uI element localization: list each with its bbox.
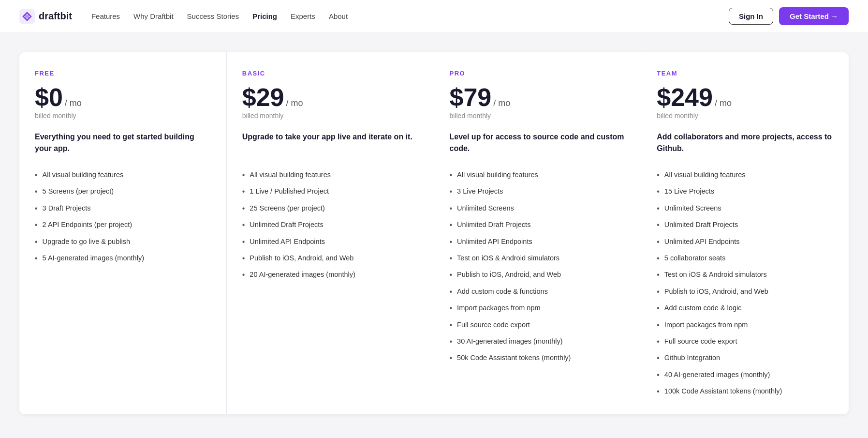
plan-pro-desc: Level up for access to source code and c… xyxy=(450,131,626,158)
plan-pro-price-row: $79 / mo xyxy=(450,85,626,110)
plan-pro: PRO $79 / mo billed monthly Level up for… xyxy=(434,52,642,414)
navbar: draftbit Features Why Draftbit Success S… xyxy=(0,0,868,33)
list-item: Full source code export xyxy=(450,320,626,331)
list-item: All visual building features xyxy=(35,170,211,181)
plan-free: FREE $0 / mo billed monthly Everything y… xyxy=(19,52,227,414)
nav-why-draftbit[interactable]: Why Draftbit xyxy=(133,12,174,20)
list-item: 15 Live Projects xyxy=(657,186,833,197)
list-item: 40 AI-generated images (monthly) xyxy=(657,370,833,380)
plan-basic-billing: billed monthly xyxy=(242,112,418,120)
list-item: Unlimited Draft Projects xyxy=(657,220,833,230)
plan-free-features: All visual building features 5 Screens (… xyxy=(35,170,211,264)
plan-pro-price: $79 xyxy=(450,85,492,110)
plan-free-price: $0 xyxy=(35,85,63,110)
plan-basic-period: / mo xyxy=(286,98,303,108)
list-item: 25 Screens (per project) xyxy=(242,203,418,214)
list-item: 2 API Endpoints (per project) xyxy=(35,220,211,230)
list-item: 30 AI-generated images (monthly) xyxy=(450,336,626,347)
plan-free-name: FREE xyxy=(35,70,211,77)
list-item: Import packages from npm xyxy=(657,320,833,331)
logo-icon xyxy=(19,9,35,24)
list-item: All visual building features xyxy=(657,170,833,181)
plan-free-desc: Everything you need to get started build… xyxy=(35,131,211,158)
plan-basic: BASIC $29 / mo billed monthly Upgrade to… xyxy=(227,52,434,414)
plan-free-price-row: $0 / mo xyxy=(35,85,211,110)
list-item: 5 Screens (per project) xyxy=(35,186,211,197)
list-item: Unlimited Screens xyxy=(450,203,626,214)
list-item: Unlimited Screens xyxy=(657,203,833,214)
nav-about[interactable]: About xyxy=(329,12,348,20)
logo[interactable]: draftbit xyxy=(19,9,72,24)
plan-pro-features: All visual building features 3 Live Proj… xyxy=(450,170,626,364)
nav-features[interactable]: Features xyxy=(91,12,120,20)
list-item: Unlimited Draft Projects xyxy=(450,220,626,230)
list-item: 5 collaborator seats xyxy=(657,253,833,264)
plan-basic-price-row: $29 / mo xyxy=(242,85,418,110)
plan-team-price-row: $249 / mo xyxy=(657,85,833,110)
plan-pro-period: / mo xyxy=(493,98,510,108)
plan-team-price: $249 xyxy=(657,85,713,110)
list-item: Test on iOS & Android simulators xyxy=(450,253,626,264)
list-item: 3 Live Projects xyxy=(450,186,626,197)
plan-basic-features: All visual building features 1 Live / Pu… xyxy=(242,170,418,281)
list-item: Add custom code & logic xyxy=(657,303,833,314)
list-item: Publish to iOS, Android, and Web xyxy=(450,270,626,280)
list-item: 20 AI-generated images (monthly) xyxy=(242,270,418,280)
plan-team: TEAM $249 / mo billed monthly Add collab… xyxy=(641,52,849,414)
list-item: Import packages from npm xyxy=(450,303,626,314)
plan-pro-name: PRO xyxy=(450,70,626,77)
logo-text: draftbit xyxy=(39,11,72,22)
svg-rect-1 xyxy=(25,15,29,18)
list-item: Test on iOS & Android simulators xyxy=(657,270,833,280)
list-item: Full source code export xyxy=(657,336,833,347)
nav-links: Features Why Draftbit Success Stories Pr… xyxy=(91,12,729,20)
nav-pricing[interactable]: Pricing xyxy=(252,12,277,20)
list-item: All visual building features xyxy=(242,170,418,181)
plan-basic-name: BASIC xyxy=(242,70,418,77)
pricing-grid: FREE $0 / mo billed monthly Everything y… xyxy=(19,52,849,414)
plan-team-period: / mo xyxy=(715,98,732,108)
nav-actions: Sign In Get Started → xyxy=(729,7,849,25)
nav-experts[interactable]: Experts xyxy=(291,12,315,20)
list-item: 5 AI-generated images (monthly) xyxy=(35,253,211,264)
list-item: Publish to iOS, Android, and Web xyxy=(657,287,833,297)
list-item: Upgrade to go live & publish xyxy=(35,237,211,247)
list-item: Unlimited API Endpoints xyxy=(657,237,833,247)
plan-free-period: / mo xyxy=(65,98,82,108)
list-item: Unlimited API Endpoints xyxy=(242,237,418,247)
list-item: 100k Code Assistant tokens (monthly) xyxy=(657,386,833,397)
list-item: 1 Live / Published Project xyxy=(242,186,418,197)
signin-button[interactable]: Sign In xyxy=(729,8,773,25)
plan-team-features: All visual building features 15 Live Pro… xyxy=(657,170,833,397)
plan-basic-desc: Upgrade to take your app live and iterat… xyxy=(242,131,418,158)
plan-team-desc: Add collaborators and more projects, acc… xyxy=(657,131,833,158)
getstarted-button[interactable]: Get Started → xyxy=(779,7,849,25)
list-item: All visual building features xyxy=(450,170,626,181)
plan-pro-billing: billed monthly xyxy=(450,112,626,120)
plan-basic-price: $29 xyxy=(242,85,284,110)
nav-success-stories[interactable]: Success Stories xyxy=(187,12,239,20)
list-item: 3 Draft Projects xyxy=(35,203,211,214)
list-item: Unlimited Draft Projects xyxy=(242,220,418,230)
list-item: 50k Code Assistant tokens (monthly) xyxy=(450,353,626,363)
list-item: Publish to iOS, Android, and Web xyxy=(242,253,418,264)
main-content: FREE $0 / mo billed monthly Everything y… xyxy=(0,33,868,434)
plan-team-name: TEAM xyxy=(657,70,833,77)
list-item: Unlimited API Endpoints xyxy=(450,237,626,247)
list-item: Github Integration xyxy=(657,353,833,363)
plan-free-billing: billed monthly xyxy=(35,112,211,120)
list-item: Add custom code & functions xyxy=(450,287,626,297)
plan-team-billing: billed monthly xyxy=(657,112,833,120)
